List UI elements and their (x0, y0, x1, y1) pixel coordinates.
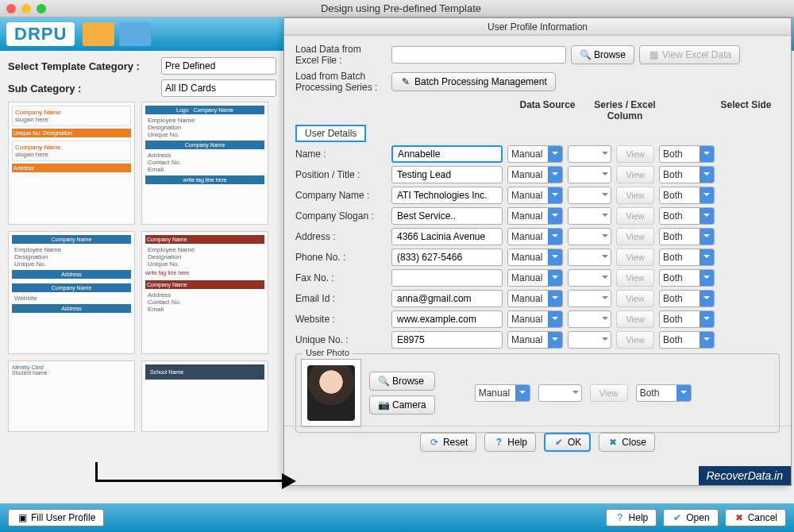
view-button[interactable]: View (616, 290, 654, 307)
field-label: Position / Title : (295, 169, 387, 180)
side-select[interactable]: Both (659, 269, 715, 287)
data-source-select[interactable]: Manual (507, 166, 563, 183)
footer-help-button[interactable]: ?Help (606, 509, 657, 526)
header-badges (83, 22, 151, 46)
series-column-select[interactable] (568, 228, 611, 245)
photo-side-select[interactable]: Both (636, 384, 692, 402)
template-thumbnail[interactable]: Company Nameslogan here Unique No. Desig… (8, 102, 135, 225)
side-select[interactable]: Both (659, 290, 715, 307)
sub-category-select[interactable] (161, 79, 276, 97)
data-source-select[interactable]: Manual (507, 249, 563, 266)
view-button[interactable]: View (616, 166, 654, 183)
data-source-select[interactable]: Manual (507, 269, 563, 287)
field-input[interactable] (391, 187, 503, 204)
window-title: Design using Pre-defined Template (46, 2, 756, 14)
template-thumbnail[interactable]: Identity Card Student Name (8, 360, 135, 432)
data-source-select[interactable]: Manual (507, 290, 563, 307)
fill-user-profile-button[interactable]: ▣Fill User Profile (8, 509, 104, 526)
template-thumbnail[interactable]: Logo Company Name Employee NameDesignati… (141, 102, 268, 225)
browse-photo-button[interactable]: 🔍Browse (369, 372, 435, 391)
data-source-select[interactable]: Manual (507, 187, 563, 204)
close-button[interactable]: ✖Close (599, 433, 655, 452)
side-select[interactable]: Both (659, 187, 715, 204)
series-column-select[interactable] (568, 269, 611, 287)
view-button[interactable]: View (616, 331, 654, 349)
footer-open-button[interactable]: ✔Open (663, 509, 718, 526)
view-button[interactable]: View (616, 310, 654, 328)
side-select[interactable]: Both (659, 145, 715, 163)
template-thumbnail[interactable]: School Name (141, 360, 268, 432)
series-column-select[interactable] (568, 166, 611, 183)
view-button[interactable]: View (616, 207, 654, 225)
series-column-select[interactable] (568, 249, 611, 266)
field-input[interactable] (391, 166, 503, 183)
side-select[interactable]: Both (659, 331, 715, 349)
view-button[interactable]: View (616, 228, 654, 245)
field-row: Company Slogan :ManualViewBoth (295, 207, 780, 225)
close-window-button[interactable] (6, 4, 16, 13)
photo-series-select[interactable] (538, 384, 582, 402)
field-row: Address :ManualViewBoth (295, 228, 780, 245)
series-column-select[interactable] (568, 145, 611, 163)
data-source-select[interactable]: Manual (507, 310, 563, 328)
side-select[interactable]: Both (659, 249, 715, 266)
profile-icon: ▣ (17, 512, 28, 523)
field-row: Email Id :ManualViewBoth (295, 290, 780, 307)
maximize-window-button[interactable] (37, 4, 46, 13)
view-excel-button[interactable]: ▦View Excel Data (639, 45, 740, 64)
close-icon: ✖ (734, 512, 745, 523)
field-label: Address : (295, 231, 387, 242)
field-input[interactable] (391, 290, 503, 307)
field-label: Fax No. : (295, 272, 387, 283)
data-source-select[interactable]: Manual (507, 228, 563, 245)
series-column-select[interactable] (568, 331, 611, 349)
reset-button[interactable]: ⟳Reset (420, 433, 476, 452)
camera-button[interactable]: 📷Camera (369, 395, 435, 414)
field-row: Fax No. :ManualViewBoth (295, 269, 780, 287)
excel-file-input[interactable] (391, 46, 566, 64)
help-icon: ? (493, 437, 504, 448)
field-input[interactable] (391, 145, 503, 163)
field-input[interactable] (391, 228, 503, 245)
search-icon: 🔍 (378, 376, 389, 387)
user-details-tab[interactable]: User Details (295, 125, 366, 142)
user-photo-section: User Photo 🔍Browse 📷Camera Manual View B… (295, 353, 780, 433)
field-input[interactable] (391, 331, 503, 349)
field-input[interactable] (391, 269, 503, 287)
data-source-select[interactable]: Manual (507, 145, 563, 163)
field-input[interactable] (391, 207, 503, 225)
side-select[interactable]: Both (659, 166, 715, 183)
minimize-window-button[interactable] (21, 4, 31, 13)
help-button[interactable]: ?Help (484, 433, 536, 452)
side-select[interactable]: Both (659, 228, 715, 245)
ok-button[interactable]: ✔OK (544, 433, 591, 452)
sheet-title: User Profile Information (284, 18, 791, 36)
app-footer: ▣Fill User Profile ?Help ✔Open ✖Cancel (0, 503, 794, 532)
browse-excel-button[interactable]: 🔍Browse (571, 45, 634, 64)
series-column-select[interactable] (568, 290, 611, 307)
camera-icon: 📷 (378, 399, 389, 411)
field-row: Phone No. :ManualViewBoth (295, 249, 780, 266)
data-source-select[interactable]: Manual (507, 207, 563, 225)
series-column-select[interactable] (568, 187, 611, 204)
template-thumbnail[interactable]: Company Name Employee NameDesignationUni… (141, 231, 268, 354)
view-button[interactable]: View (616, 187, 654, 204)
photo-data-source-select[interactable]: Manual (475, 384, 530, 402)
photo-view-button[interactable]: View (590, 384, 628, 402)
view-button[interactable]: View (616, 145, 654, 163)
data-source-select[interactable]: Manual (507, 331, 563, 349)
series-column-select[interactable] (568, 207, 611, 225)
window-titlebar: Design using Pre-defined Template (0, 0, 794, 17)
template-thumbnail[interactable]: Company Name Employee NameDesignationUni… (8, 231, 135, 354)
footer-cancel-button[interactable]: ✖Cancel (725, 509, 786, 526)
template-category-select[interactable] (161, 57, 276, 75)
side-select[interactable]: Both (659, 207, 715, 225)
sub-category-label: Sub Category : (8, 83, 155, 94)
field-input[interactable] (391, 310, 503, 328)
field-input[interactable] (391, 249, 503, 266)
side-select[interactable]: Both (659, 310, 715, 328)
view-button[interactable]: View (616, 269, 654, 287)
batch-processing-button[interactable]: ✎Batch Processing Management (391, 72, 556, 91)
series-column-select[interactable] (568, 310, 611, 328)
view-button[interactable]: View (616, 249, 654, 266)
